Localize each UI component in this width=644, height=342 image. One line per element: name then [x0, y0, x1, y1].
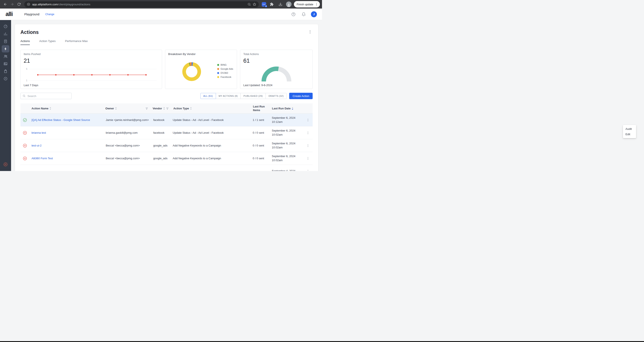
filter-my-actions[interactable]: MY ACTIONS (8) [216, 93, 241, 99]
page-menu-kebab-icon[interactable] [308, 30, 313, 35]
sidebar-item-creative[interactable] [2, 60, 9, 67]
table-row-partial[interactable]: September 4, 2024 [20, 165, 313, 171]
last-run-items-cell: 1 / 1 sent [253, 118, 272, 121]
tab-actions[interactable]: Actions [20, 40, 30, 45]
help-icon[interactable] [291, 12, 296, 17]
col-action-type[interactable]: Action Type [173, 107, 253, 110]
action-name-link[interactable]: test-ui-2 [32, 144, 106, 147]
extension-badge[interactable]: Days 3 [262, 2, 266, 7]
last-run-items-cell: 0 / 0 sent [253, 144, 272, 147]
vendor-legend: BING Google Ads DV360 Facebook [217, 64, 233, 78]
error-status-icon [23, 156, 27, 160]
tab-action-types[interactable]: Action Types [39, 40, 56, 45]
lightning-bolt-icon [4, 47, 8, 51]
owner-filter-funnel-icon[interactable] [146, 107, 148, 110]
search-box[interactable] [20, 93, 72, 99]
legend-item-bing: BING [217, 64, 233, 66]
search-input[interactable] [27, 94, 70, 98]
workspace-name: Playground [24, 13, 40, 16]
zoom-icon[interactable] [248, 3, 251, 6]
tab-performance-max[interactable]: Performance Max [65, 40, 88, 45]
sort-icon-active[interactable] [292, 107, 294, 110]
sidebar-item-explore[interactable] [2, 75, 9, 82]
sidebar-item-dashboard[interactable] [2, 23, 9, 30]
row-menu-kebab-icon[interactable] [305, 168, 311, 171]
browser-menu-kebab-icon[interactable] [314, 2, 319, 7]
sidebar-item-audiences[interactable] [2, 53, 9, 60]
browser-back-button[interactable] [2, 1, 8, 8]
browser-forward-button[interactable] [9, 1, 15, 8]
extensions-puzzle-icon[interactable] [268, 1, 275, 8]
downloads-icon[interactable] [277, 1, 284, 8]
extension-badge-label: Days [262, 4, 266, 5]
owner-cell: Jamie <jamie.reinhard@pmg.com> [106, 118, 153, 121]
sort-icon[interactable] [190, 107, 192, 110]
create-action-button[interactable]: Create Action [289, 93, 313, 99]
action-name-link[interactable]: brianna test [32, 131, 106, 134]
row-menu-kebab-icon[interactable] [305, 130, 311, 136]
last-run-date-cell: September 6, 2024 10:02am [272, 154, 303, 162]
total-actions-card: Total Actions 61 Last Updated: 9-6-2024 [240, 50, 313, 89]
legend-item-dv360: DV360 [217, 72, 233, 74]
address-bar[interactable]: app.alliplatform.com/client/playground/a… [24, 1, 259, 8]
filter-published[interactable]: PUBLISHED (29) [240, 93, 266, 99]
notifications-bell-icon[interactable] [302, 12, 306, 17]
col-vendor[interactable]: Vendor [153, 107, 173, 110]
sort-icon[interactable] [115, 107, 117, 110]
error-status-icon [23, 143, 27, 148]
table-row[interactable]: brianna test brianna.gaskill@pmg.com fac… [20, 126, 313, 139]
alli-logo[interactable]: alli [6, 11, 24, 18]
bookmark-star-icon[interactable] [253, 3, 256, 6]
sidebar-nav [0, 20, 11, 171]
sidebar-item-reports[interactable] [2, 38, 9, 45]
sidebar-item-actions[interactable] [2, 45, 9, 52]
browser-profile-avatar[interactable] [286, 2, 292, 7]
vendor-cell: google_ads [153, 157, 173, 160]
site-info-icon[interactable] [27, 3, 30, 6]
action-type-cell: Update Status - Ad - Ad Level - Facebook [173, 118, 252, 121]
row-menu-kebab-icon[interactable] [305, 143, 311, 149]
sort-icon[interactable] [163, 107, 165, 110]
col-action-name[interactable]: Action Name [32, 107, 106, 110]
items-pushed-card: Items Pushed 21 51 Last 7 Days [20, 50, 162, 89]
last-run-items-cell: 0 / 0 sent [253, 157, 272, 160]
vendor-cell: facebook [153, 131, 173, 134]
extension-badge-count: 3 [264, 5, 268, 8]
col-last-run-date[interactable]: Last Run Date [272, 107, 303, 110]
sidebar-item-shopping[interactable] [2, 68, 9, 75]
sidebar-item-analytics[interactable] [2, 30, 9, 38]
row-menu-kebab-icon[interactable] [305, 155, 311, 161]
shopping-bag-icon [4, 69, 8, 73]
items-pushed-footer: Last 7 Days [24, 84, 38, 87]
user-avatar[interactable]: J [311, 11, 317, 17]
action-name-link[interactable]: [QA] Ad Effective Status - Google Sheet … [32, 118, 106, 121]
sidebar-item-settings[interactable] [2, 161, 9, 168]
table-row[interactable]: [QA] Ad Effective Status - Google Sheet … [20, 114, 313, 126]
row-menu-kebab-icon[interactable] [305, 117, 311, 123]
vendor-breakdown-title: Breakdown By Vendor [168, 52, 234, 56]
last-run-date-cell: September 6, 2024 10:02am [272, 129, 303, 136]
bar-chart-icon [4, 32, 8, 36]
filter-all[interactable]: ALL (61) [200, 93, 216, 99]
table-row[interactable]: test-ui-2 Becca! <becca@pmg.com> google_… [20, 139, 313, 152]
vendor-filter-funnel-icon[interactable] [166, 107, 169, 110]
svg-text:1: 1 [26, 79, 27, 82]
total-actions-value: 61 [243, 58, 310, 64]
finish-update-button[interactable]: Finish update [294, 1, 320, 8]
table-row[interactable]: Alli360 Form Test Becca! <becca@pmg.com>… [20, 152, 313, 165]
image-icon [4, 62, 8, 66]
url-domain: app.alliplatform.com [32, 3, 58, 6]
col-owner[interactable]: Owner [106, 107, 153, 110]
total-actions-footer: Last Updated: 9-6-2024 [243, 84, 272, 87]
vendor-breakdown-card: Breakdown By Vendor BING Google Ads [165, 50, 237, 89]
owner-cell: Becca! <becca@pmg.com> [106, 144, 153, 147]
sort-icon[interactable] [50, 107, 51, 110]
change-workspace-link[interactable]: Change [45, 13, 54, 16]
action-name-link[interactable]: Alli360 Form Test [32, 157, 106, 160]
browser-refresh-button[interactable] [16, 1, 22, 8]
action-type-cell: Add Negative Keywords to a Campaign [173, 144, 252, 147]
speedometer-icon [4, 24, 8, 29]
app-header: alli Playground Change J [0, 9, 322, 20]
filter-drafts[interactable]: DRAFTS (32) [266, 93, 287, 99]
last-run-date-cell: September 4, 2024 [272, 169, 303, 171]
